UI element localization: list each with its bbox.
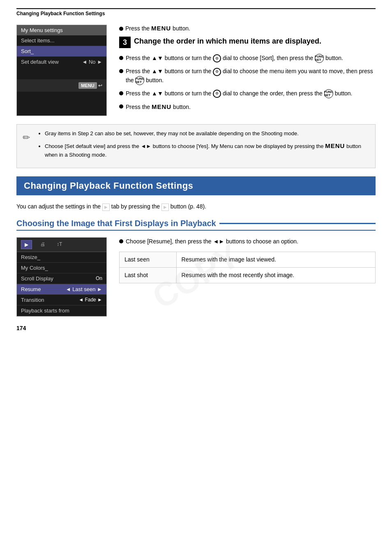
bullet-dot-4 bbox=[119, 104, 123, 109]
func-btn-2: FUNCSET bbox=[135, 76, 144, 85]
option-lastseen-desc: Resumes with the image last viewed. bbox=[176, 252, 375, 267]
pb-item-resume: Resume ◄ Last seen ► bbox=[17, 284, 106, 295]
pb-tab-other: ↕T bbox=[53, 240, 65, 249]
option-row-lastseen: Last seen Resumes with the image last vi… bbox=[120, 252, 376, 267]
header-title: Changing Playback Function Settings bbox=[16, 11, 105, 16]
choose-line: Choose [Resume], then press the ◄► butto… bbox=[119, 237, 376, 246]
press-menu-text: Press the MENU button. bbox=[125, 25, 190, 32]
options-table: Last seen Resumes with the image last vi… bbox=[119, 252, 376, 283]
bullet-list: Press the ▲▼ buttons or turn the ⚙ dial … bbox=[119, 54, 376, 112]
option-lastseen-label: Last seen bbox=[120, 252, 177, 267]
note-list: Gray items in Step 2 can also be set, ho… bbox=[37, 130, 369, 160]
page-number: 174 bbox=[16, 325, 376, 331]
dial-icon-2: ⚙ bbox=[213, 68, 221, 76]
resume-content: Choose [Resume], then press the ◄► butto… bbox=[119, 237, 376, 317]
bullet-item-2: Press the ▲▼ buttons or turn the ⚙ dial … bbox=[119, 67, 376, 85]
option-row-lastshot: Last shot Resumes with the most recently… bbox=[120, 267, 376, 283]
step-number: 3 bbox=[119, 37, 131, 48]
note-item-1: Gray items in Step 2 can also be set, ho… bbox=[45, 130, 369, 138]
step-heading: 3 Change the order in which menu items a… bbox=[119, 37, 376, 48]
option-lastshot-desc: Resumes with the most recently shot imag… bbox=[176, 267, 375, 283]
subsection-title: Choosing the Image that First Displays i… bbox=[16, 219, 216, 228]
bullet-item-4: Press the MENU button. bbox=[119, 102, 376, 112]
menu-item-select: Select items... bbox=[17, 35, 106, 46]
option-lastshot-label: Last shot bbox=[120, 267, 177, 283]
menu-footer: MENU ↩ bbox=[17, 79, 106, 92]
func-btn-1: FUNCSET bbox=[315, 54, 324, 63]
subsection-heading: Choosing the Image that First Displays i… bbox=[16, 219, 376, 231]
section-body: You can adjust the settings in the ▶ tab… bbox=[16, 202, 376, 211]
dial-icon-1: ⚙ bbox=[213, 54, 221, 62]
options-tbody: Last seen Resumes with the image last vi… bbox=[120, 252, 376, 283]
bullet-dot-3 bbox=[119, 91, 123, 95]
pb-item-transition: Transition ◄ Fade ► bbox=[17, 295, 106, 305]
pb-tab-playback: ▶ bbox=[21, 240, 32, 249]
page-header: Changing Playback Function Settings bbox=[16, 8, 376, 16]
press-menu-line: Press the MENU button. bbox=[119, 25, 376, 32]
menu-screenshot: My Menu settings Select items... Sort_ S… bbox=[16, 25, 107, 116]
step-heading-text: Change the order in which menu items are… bbox=[134, 37, 321, 46]
note-item-2: Choose [Set default view] and press the … bbox=[45, 141, 369, 160]
pb-item-scroll: Scroll Display On bbox=[17, 273, 106, 284]
pb-item-playback-starts: Playback starts from bbox=[17, 305, 106, 316]
note-icon: ✏ bbox=[23, 130, 30, 145]
step3-content: Press the MENU button. 3 Change the orde… bbox=[119, 25, 376, 116]
choose-text: Choose [Resume], then press the ◄► butto… bbox=[126, 237, 298, 246]
section-divider: Changing Playback Function Settings bbox=[16, 176, 376, 195]
pb-item-mycolors: My Colors_ bbox=[17, 263, 106, 273]
top-section: My Menu settings Select items... Sort_ S… bbox=[16, 25, 376, 116]
menu-item-sort: Sort_ bbox=[17, 46, 106, 57]
playback-screenshot: ▶ 🖨 ↕T Resize_ My Colors_ Scroll Display… bbox=[16, 237, 107, 317]
menu-word-note: MENU bbox=[325, 142, 345, 149]
menu-item-defaultview: Set default view ◄ No ► bbox=[17, 57, 106, 67]
note-box: ✏ Gray items in Step 2 can also be set, … bbox=[16, 124, 376, 169]
bullet-dot bbox=[119, 27, 123, 31]
pb-tab-print: 🖨 bbox=[37, 240, 48, 249]
bullet-item-3: Press the ▲▼ buttons or turn the ⚙ dial … bbox=[119, 89, 376, 98]
menu-word-2: MENU bbox=[152, 103, 171, 110]
playback-btn-icon: ▶ bbox=[161, 204, 169, 211]
pb-item-resize: Resize_ bbox=[17, 252, 106, 263]
bullet-item-1: Press the ▲▼ buttons or turn the ⚙ dial … bbox=[119, 54, 376, 63]
pb-header: ▶ 🖨 ↕T bbox=[17, 238, 106, 252]
playback-tab-icon: ▶ bbox=[102, 204, 110, 211]
subsection-rule bbox=[219, 223, 376, 224]
menu-title: My Menu settings bbox=[17, 25, 106, 35]
menu-button-label: MENU bbox=[78, 82, 97, 89]
func-btn-3: FUNCSET bbox=[324, 89, 333, 98]
bottom-section: ▶ 🖨 ↕T Resize_ My Colors_ Scroll Display… bbox=[16, 237, 376, 317]
menu-word: MENU bbox=[151, 25, 171, 32]
choose-bullet bbox=[119, 239, 123, 243]
bullet-dot-1 bbox=[119, 56, 123, 60]
bullet-dot-2 bbox=[119, 69, 123, 73]
dial-icon-3: ⚙ bbox=[213, 90, 221, 98]
